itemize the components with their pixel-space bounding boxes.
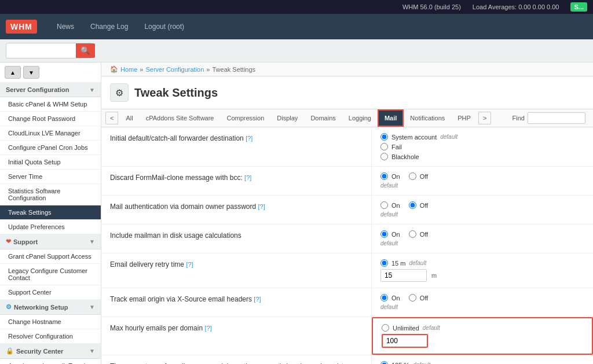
sidebar-item-change-root[interactable]: Change Root Password	[0, 112, 101, 126]
sidebar-section-support-label: Support	[13, 238, 89, 245]
tab-php[interactable]: PHP	[451, 110, 477, 126]
setting-label-maxhourly: Max hourly emails per domain [?]	[101, 317, 372, 355]
radio-fail-input[interactable]	[380, 143, 388, 150]
sidebar-section-support[interactable]: ❤ Support ▼	[0, 234, 101, 249]
search-input[interactable]	[6, 45, 76, 57]
page-icon: ⚙	[110, 83, 129, 102]
search-wrapper: 🔍	[6, 43, 93, 58]
breadcrumb-sep2: »	[206, 66, 210, 73]
setting-label-percentage: The percentage of email messages (above …	[101, 355, 372, 364]
radio-formmail-on[interactable]	[380, 172, 388, 180]
sidebar-item-cloudlinux[interactable]: CloudLinux LVE Manager	[0, 126, 101, 141]
radio-blackhole: Blackhole	[380, 153, 584, 160]
breadcrumb-sep1: »	[140, 66, 143, 73]
nav-logout[interactable]: Logout (root)	[136, 16, 192, 38]
radio-unlimited[interactable]	[382, 324, 389, 332]
find-label: Find	[513, 115, 525, 122]
sidebar-item-server-time[interactable]: Server Time	[0, 170, 101, 184]
sidebar-item-legacy-configure[interactable]: Legacy Configure Customer Contact	[0, 264, 101, 285]
sidebar-item-basic-cpanel[interactable]: Basic cPanel & WHM Setup	[0, 97, 101, 112]
sidebar-nav-arrows: ▲ ▼	[0, 62, 101, 83]
tab-all[interactable]: All	[119, 110, 139, 126]
sidebar-section-networking[interactable]: ⚙ Networking Setup ▼	[0, 300, 101, 315]
tab-display[interactable]: Display	[270, 110, 304, 126]
retry-value-input[interactable]	[380, 269, 427, 282]
radio-row-mailman: On Off	[380, 230, 584, 238]
tab-mail[interactable]: Mail	[378, 109, 404, 127]
sidebar-item-hostname[interactable]: Change Hostname	[0, 315, 101, 329]
sidebar-item-quota[interactable]: Initial Quota Setup	[0, 155, 101, 170]
sidebar-item-tweak-settings[interactable]: Tweak Settings	[0, 205, 101, 220]
setting-label-xsource: Track email origin via X-Source email he…	[101, 288, 372, 317]
sidebar-item-grant-support[interactable]: Grant cPanel Support Access	[0, 249, 101, 264]
top-bar: WHM 56.0 (build 25) Load Averages: 0.00 …	[0, 0, 593, 14]
tab-notifications[interactable]: Notifications	[404, 110, 451, 126]
lock-icon: 🔒	[6, 347, 14, 355]
table-row: Initial default/catch-all forwarder dest…	[101, 127, 593, 167]
nav-changelog[interactable]: Change Log	[82, 16, 136, 38]
radio-mailman-on[interactable]	[380, 230, 388, 238]
radio-row-xsource: On Off	[380, 294, 584, 302]
radio-mailauth-on[interactable]	[380, 201, 388, 209]
main-layout: ▲ ▼ Server Configuration ▼ Basic cPanel …	[0, 62, 593, 364]
nav-links: News Change Log Logout (root)	[49, 16, 192, 38]
help-link-maxhourly[interactable]: [?]	[204, 325, 211, 332]
radio-xsource-on[interactable]	[380, 294, 388, 302]
nav-news[interactable]: News	[49, 16, 82, 38]
tab-next-button[interactable]: >	[478, 112, 491, 124]
setting-label-mailman: Include mailman in disk usage calculatio…	[101, 225, 372, 253]
radio-mailauth-off[interactable]	[409, 201, 416, 209]
radio-mailman-off[interactable]	[409, 230, 416, 238]
search-button[interactable]: 🔍	[76, 43, 95, 58]
help-link-formmail[interactable]: [?]	[244, 174, 251, 181]
nav-bar: WHM News Change Log Logout (root)	[0, 14, 593, 39]
sidebar-section-server-config-label: Server Configuration	[6, 86, 69, 93]
sidebar-down-arrow[interactable]: ▼	[23, 66, 39, 79]
setting-control-catchall: System account default Fail Blackhole	[372, 127, 593, 166]
breadcrumb-home[interactable]: Home	[120, 66, 137, 73]
radio-blackhole-input[interactable]	[380, 153, 388, 160]
table-row: Mail authentication via domain owner pas…	[101, 196, 593, 225]
radio-retry-preset[interactable]	[380, 259, 388, 267]
sidebar-item-resolver[interactable]: Resolver Configuration	[0, 329, 101, 344]
sidebar-item-statistics[interactable]: Statistics Software Configuration	[0, 184, 101, 205]
find-input[interactable]	[528, 112, 585, 124]
help-link-mailauth[interactable]: [?]	[258, 203, 265, 210]
tab-domains[interactable]: Domains	[304, 110, 342, 126]
radio-formmail-off[interactable]	[409, 172, 416, 180]
sidebar-section-server-config[interactable]: Server Configuration ▼	[0, 83, 101, 97]
sidebar-item-support-center[interactable]: Support Center	[0, 285, 101, 300]
status-badge: S...	[570, 2, 587, 12]
tab-compression[interactable]: Compression	[220, 110, 270, 126]
sidebar-item-update-prefs[interactable]: Update Preferences	[0, 220, 101, 234]
network-icon: ⚙	[6, 303, 12, 311]
setting-control-percentage: 125 % default	[372, 355, 593, 364]
breadcrumb-section[interactable]: Server Configuration	[145, 66, 204, 73]
radio-system-account-input[interactable]	[380, 133, 388, 141]
sidebar-up-arrow[interactable]: ▲	[5, 66, 21, 79]
maxhourly-value-input[interactable]	[382, 334, 428, 348]
table-row: Include mailman in disk usage calculatio…	[101, 225, 593, 253]
breadcrumb-current: Tweak Settings	[212, 66, 255, 73]
radio-percentage-preset[interactable]	[380, 361, 388, 364]
sidebar-section-security[interactable]: 🔒 Security Center ▼	[0, 344, 101, 359]
retry-unit: m	[431, 272, 437, 279]
radio-xsource-off[interactable]	[409, 294, 416, 302]
radio-fail: Fail	[380, 143, 584, 150]
tab-cpaddons[interactable]: cPAddons Site Software	[140, 110, 221, 126]
help-link-xsource[interactable]: [?]	[254, 296, 261, 303]
help-link-catchall[interactable]: [?]	[246, 135, 252, 142]
sidebar-item-cron-jobs[interactable]: Configure cPanel Cron Jobs	[0, 141, 101, 155]
tab-prev-button[interactable]: <	[105, 112, 118, 124]
sidebar: ▲ ▼ Server Configuration ▼ Basic cPanel …	[0, 62, 101, 364]
sidebar-section-security-label: Security Center	[16, 348, 89, 355]
tab-logging[interactable]: Logging	[342, 110, 378, 126]
breadcrumb: 🏠 Home » Server Configuration » Tweak Se…	[101, 62, 593, 76]
sidebar-item-mod-userdir[interactable]: Apache mod_userdir Tweak	[0, 359, 101, 364]
help-link-retry[interactable]: [?]	[186, 261, 193, 268]
table-row: Email delivery retry time [?] 15 m defau…	[101, 253, 593, 288]
tab-find-area: Find	[508, 110, 590, 126]
page-title: Tweak Settings	[134, 86, 218, 100]
setting-label-retry: Email delivery retry time [?]	[101, 253, 372, 288]
setting-label-catchall: Initial default/catch-all forwarder dest…	[101, 127, 372, 166]
